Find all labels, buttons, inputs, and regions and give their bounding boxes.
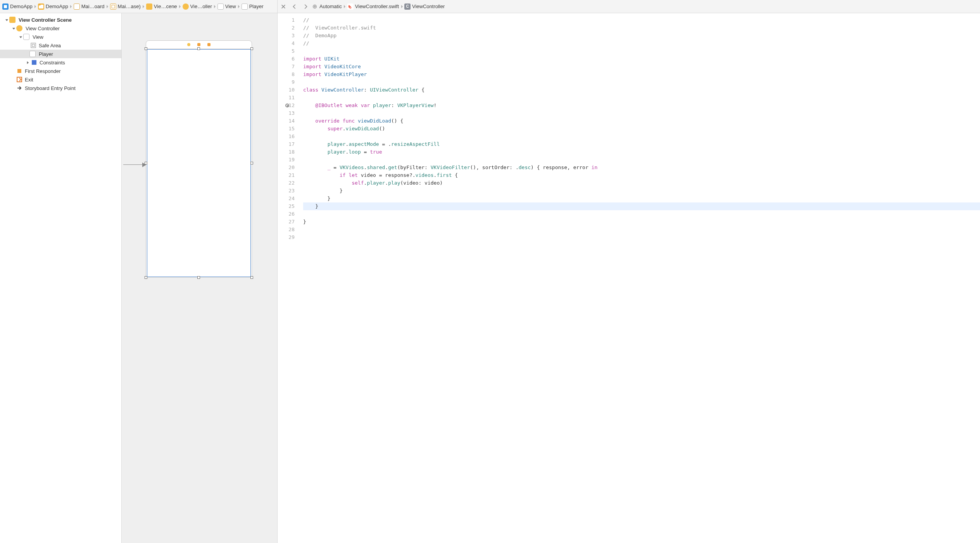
svg-point-2 — [313, 5, 317, 8]
code-line[interactable]: // DemoApp — [303, 32, 980, 40]
code-line[interactable]: super.viewDidLoad() — [303, 125, 980, 133]
line-number: 16 — [278, 133, 298, 140]
code-line[interactable]: } — [303, 195, 980, 202]
code-line[interactable]: } — [303, 202, 980, 210]
code-line[interactable] — [303, 233, 980, 241]
line-number: 9 — [278, 78, 298, 86]
line-number: 3 — [278, 32, 298, 40]
svg-rect-6 — [32, 60, 36, 65]
breadcrumb-label: Vie…cene — [154, 3, 177, 9]
resize-handle[interactable] — [197, 47, 200, 50]
resize-handle[interactable] — [250, 47, 253, 50]
resize-handle[interactable] — [197, 276, 200, 279]
breadcrumb-item[interactable]: Player — [241, 0, 265, 13]
first-responder-row[interactable]: First Responder — [0, 67, 121, 75]
entry-point-label: Storyboard Entry Point — [25, 85, 76, 91]
code-line[interactable]: } — [303, 218, 980, 226]
code-line[interactable]: // — [303, 16, 980, 24]
close-icon[interactable] — [278, 0, 289, 13]
resize-handle[interactable] — [145, 276, 147, 279]
code-line[interactable]: player.aspectMode = .resizeAspectFill — [303, 140, 980, 148]
constraints-row[interactable]: Constraints — [0, 58, 121, 67]
code-line[interactable] — [303, 47, 980, 55]
code-line[interactable]: import VideoKitPlayer — [303, 71, 980, 78]
jump-bar-left: DemoAppDemoAppMai…oardMai…ase)Vie…ceneVi… — [0, 0, 278, 13]
breadcrumb-item[interactable]: Mai…oard — [73, 0, 106, 13]
svg-rect-4 — [31, 43, 36, 48]
line-number: 27 — [278, 218, 298, 226]
code-line[interactable]: class ViewController: UIViewController { — [303, 86, 980, 94]
chevron-right-icon — [343, 0, 347, 13]
safearea-row[interactable]: Safe Area — [0, 41, 121, 50]
view-label: View — [33, 34, 43, 40]
chevron-right-icon — [238, 0, 241, 13]
chevron-right-icon — [34, 0, 37, 13]
code-line[interactable]: // ViewController.swift — [303, 24, 980, 32]
breadcrumb-item[interactable]: Mai…ase) — [109, 0, 142, 13]
vc-row[interactable]: View Controller — [0, 24, 121, 33]
breadcrumb-item[interactable]: DemoApp — [37, 0, 70, 13]
code-line[interactable]: if let video = response?.videos.first { — [303, 171, 980, 179]
storyboard-canvas[interactable] — [122, 13, 278, 543]
outlet-indicator-icon[interactable] — [285, 104, 289, 107]
nav-forward-icon[interactable] — [300, 0, 311, 13]
jump-bar: DemoAppDemoAppMai…oardMai…ase)Vie…ceneVi… — [0, 0, 980, 13]
breadcrumb-item[interactable]: DemoApp — [2, 0, 34, 13]
scene-row[interactable]: View Controller Scene — [0, 16, 121, 24]
vc-icon — [183, 3, 189, 10]
entry-point-row[interactable]: Storyboard Entry Point — [0, 84, 121, 92]
svg-rect-1 — [112, 5, 115, 8]
player-row[interactable]: Player — [0, 50, 121, 58]
device-body[interactable] — [146, 49, 252, 278]
line-number: 26 — [278, 210, 298, 218]
line-number: 2 — [278, 24, 298, 32]
resize-handle[interactable] — [145, 47, 147, 50]
code-area[interactable]: //// ViewController.swift// DemoApp// im… — [298, 13, 980, 543]
line-number: 8 — [278, 71, 298, 78]
breadcrumb-item[interactable]: ViewController.swift — [347, 3, 400, 10]
line-number: 23 — [278, 187, 298, 195]
code-editor[interactable]: 1234567891011121314151617181920212223242… — [278, 13, 980, 543]
selection-rect[interactable] — [147, 49, 251, 277]
code-line[interactable]: // — [303, 40, 980, 47]
code-line[interactable]: import VideoKitCore — [303, 63, 980, 71]
code-line[interactable]: import UIKit — [303, 55, 980, 63]
code-line[interactable]: override func viewDidLoad() { — [303, 117, 980, 125]
resize-handle[interactable] — [250, 276, 253, 279]
svg-point-3 — [314, 6, 316, 7]
line-number: 28 — [278, 226, 298, 233]
breadcrumb-label: DemoApp — [10, 3, 33, 9]
device-frame[interactable] — [146, 40, 252, 278]
breadcrumb-item[interactable]: Vie…cene — [145, 0, 179, 13]
chevron-right-icon — [179, 0, 182, 13]
resize-handle[interactable] — [145, 162, 147, 164]
view-icon — [242, 3, 248, 10]
code-line[interactable] — [303, 94, 980, 102]
code-line[interactable] — [303, 156, 980, 164]
nav-back-icon[interactable] — [289, 0, 300, 13]
breadcrumb-item[interactable]: Automatic — [311, 3, 343, 10]
code-line[interactable] — [303, 78, 980, 86]
breadcrumb-item[interactable]: Vie…oller — [182, 0, 214, 13]
code-line[interactable]: player.loop = true — [303, 148, 980, 156]
breadcrumb-label: Vie…oller — [190, 3, 212, 9]
breadcrumb-item[interactable]: View — [217, 0, 238, 13]
code-line[interactable] — [303, 226, 980, 233]
view-icon — [217, 3, 224, 10]
code-line[interactable]: } — [303, 187, 980, 195]
code-line[interactable] — [303, 109, 980, 117]
resize-handle[interactable] — [250, 162, 253, 164]
view-row[interactable]: View — [0, 33, 121, 41]
class-icon: C — [404, 3, 411, 10]
document-outline[interactable]: View Controller Scene View Controller Vi… — [0, 13, 122, 543]
code-line[interactable]: @IBOutlet weak var player: VKPlayerView! — [303, 102, 980, 109]
exit-row[interactable]: Exit — [0, 75, 121, 84]
code-line[interactable]: self.player.play(video: video) — [303, 179, 980, 187]
breadcrumb-item[interactable]: CViewController — [404, 3, 446, 10]
code-line[interactable] — [303, 133, 980, 140]
line-number: 6 — [278, 55, 298, 63]
code-line[interactable] — [303, 210, 980, 218]
sb-icon — [110, 3, 116, 10]
code-line[interactable]: _ = VKVideos.shared.get(byFilter: VKVide… — [303, 164, 980, 171]
breadcrumb-label: DemoApp — [46, 3, 68, 9]
